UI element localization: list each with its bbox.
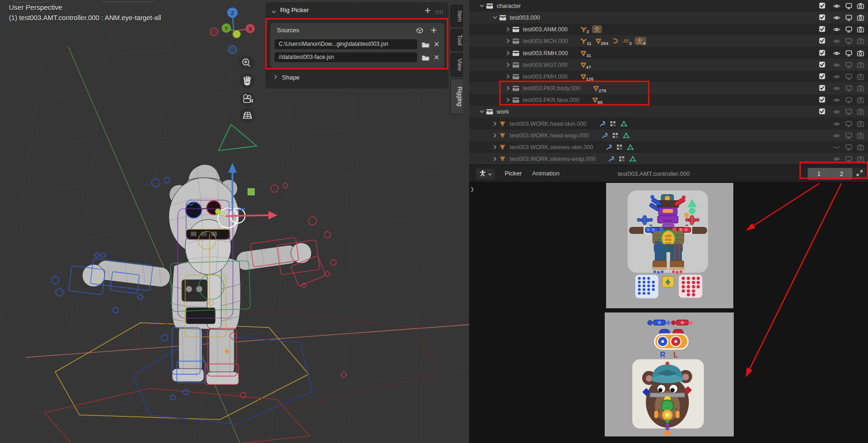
chevron-down-icon[interactable] [491, 15, 499, 20]
outliner-editor[interactable]: charactertest003.000test003.ANM.0003test… [469, 0, 868, 165]
hide-eye-icon[interactable] [833, 132, 840, 141]
disable-render-icon[interactable] [857, 96, 864, 105]
sidebar-tab-view[interactable]: View [450, 53, 463, 77]
remove-source-icon[interactable] [432, 54, 441, 60]
chevron-right-icon[interactable] [504, 51, 512, 56]
outliner-row-test003.WORK.sleeves-skin.000[interactable]: test003.WORK.sleeves-skin.000 [469, 141, 868, 153]
source-path-input[interactable]: C:\Users\Manon\Dow...ging\data\test003.j… [275, 39, 417, 49]
shape-panel-header[interactable]: Shape [273, 74, 300, 81]
exclude-checkbox[interactable] [819, 61, 825, 70]
chevron-right-icon[interactable] [491, 121, 499, 126]
disable-render-icon[interactable] [857, 155, 864, 164]
remove-source-icon[interactable] [432, 41, 441, 47]
outliner-row-test003.ANM.000[interactable]: test003.ANM.0003 [469, 23, 868, 35]
disable-render-icon[interactable] [857, 14, 864, 23]
hide-eye-icon[interactable] [833, 144, 840, 153]
exclude-checkbox[interactable] [819, 50, 825, 58]
picker-tab-animation[interactable]: Animation [532, 170, 560, 177]
outliner-row-test003.PKR.face.000[interactable]: test003.PKR.face.00085 [469, 94, 868, 106]
disable-viewport-icon[interactable] [845, 37, 853, 46]
add-icon[interactable] [424, 7, 431, 16]
outliner-row-test003.MCH.000[interactable]: test003.MCH.0001128434 [469, 35, 868, 47]
hide-eye-icon[interactable] [833, 3, 840, 11]
folder-icon[interactable] [419, 39, 432, 49]
disable-render-icon[interactable] [857, 50, 864, 58]
disable-viewport-icon[interactable] [845, 144, 853, 153]
hide-eye-icon[interactable] [833, 15, 840, 23]
eye-target-left-label[interactable]: L [673, 351, 678, 359]
hide-eye-icon[interactable] [833, 156, 840, 164]
hide-eye-icon[interactable] [833, 85, 840, 94]
disable-render-icon[interactable] [857, 108, 864, 117]
outliner-row-test003.WGT.000[interactable]: test003.WGT.00047 [469, 59, 868, 71]
disable-viewport-icon[interactable] [845, 132, 853, 141]
picker-page-button-2[interactable]: 2 [830, 168, 853, 180]
exclude-checkbox[interactable] [819, 2, 825, 11]
exclude-checkbox[interactable] [819, 73, 825, 81]
chevron-right-icon[interactable] [491, 156, 499, 161]
disable-render-icon[interactable] [857, 73, 864, 82]
chevron-right-icon[interactable] [504, 97, 512, 102]
picker-thumbnail-face[interactable]: R L [605, 312, 734, 436]
disable-viewport-icon[interactable] [845, 14, 853, 23]
fullscreen-button[interactable] [853, 168, 866, 180]
hide-eye-icon[interactable] [833, 109, 840, 117]
disable-viewport-icon[interactable] [845, 26, 853, 35]
disable-render-icon[interactable] [857, 26, 864, 35]
disable-render-icon[interactable] [857, 144, 864, 153]
disable-render-icon[interactable] [857, 2, 864, 11]
hide-eye-icon[interactable] [833, 38, 840, 46]
hide-eye-icon[interactable] [833, 26, 840, 35]
chevron-right-icon[interactable] [491, 145, 499, 150]
disable-viewport-icon[interactable] [845, 155, 853, 164]
gizmo-x-neg-axis[interactable] [210, 28, 218, 36]
source-path-input[interactable]: //data\test003-face.jsn [275, 52, 417, 62]
chevron-right-icon[interactable] [491, 133, 499, 138]
disable-render-icon[interactable] [857, 120, 864, 129]
zoom-icon[interactable] [239, 55, 254, 70]
rig-picker-panel-header[interactable]: Rig Picker [266, 3, 448, 18]
picker-page-button-1[interactable]: 1 [808, 168, 830, 180]
disable-viewport-icon[interactable] [845, 85, 853, 94]
add-source-icon[interactable] [430, 27, 437, 36]
outliner-row-test003.WORK.sleeves-wrap.000[interactable]: test003.WORK.sleeves-wrap.000 [469, 153, 868, 165]
hide-eye-icon[interactable] [833, 73, 840, 82]
chevron-right-icon[interactable] [504, 27, 512, 32]
sidebar-tab-item[interactable]: Item [450, 5, 463, 27]
outliner-row-test003.000[interactable]: test003.000 [469, 12, 868, 23]
outliner-row-test003.PMH.000[interactable]: test003.PMH.000126 [469, 71, 868, 82]
disable-viewport-icon[interactable] [845, 96, 853, 105]
sidebar-tab-tool[interactable]: Tool [450, 29, 463, 51]
disable-viewport-icon[interactable] [845, 50, 853, 58]
hide-eye-icon[interactable] [833, 62, 840, 70]
outliner-row-test003.WORK.head-wrap.000[interactable]: test003.WORK.head-wrap.000 [469, 130, 868, 141]
outliner-row-work[interactable]: work [469, 106, 868, 117]
exclude-checkbox[interactable] [819, 96, 825, 105]
exclude-checkbox[interactable] [819, 108, 825, 116]
chevron-down-icon[interactable] [477, 3, 486, 8]
picker-thumbnail-body[interactable] [606, 183, 733, 308]
chevron-right-icon[interactable] [504, 74, 512, 79]
sidebar-tab-rigging[interactable]: Rigging [450, 79, 463, 114]
disable-viewport-icon[interactable] [845, 108, 853, 117]
exclude-checkbox[interactable] [819, 14, 825, 22]
gizmo-y-neg-axis[interactable] [233, 30, 241, 38]
chevron-right-icon[interactable] [504, 86, 512, 91]
chevron-down-icon[interactable] [477, 109, 486, 114]
3d-viewport[interactable]: User Perspective (1) test003.AMT.control… [0, 0, 469, 443]
navigation-gizmo[interactable]: Z Y X [206, 4, 260, 56]
presets-box-icon[interactable] [416, 27, 424, 36]
disable-viewport-icon[interactable] [845, 73, 853, 82]
picker-canvas[interactable]: ❯ [469, 182, 868, 443]
hide-eye-icon[interactable] [833, 121, 840, 129]
picker-tab-picker[interactable]: Picker [505, 170, 522, 177]
disable-render-icon[interactable] [857, 37, 864, 46]
viewport-nav-buttons[interactable] [235, 52, 260, 125]
grip-icon[interactable] [435, 8, 443, 17]
chevron-right-icon[interactable] [504, 38, 512, 44]
exclude-checkbox[interactable] [819, 26, 825, 34]
disable-viewport-icon[interactable] [845, 61, 853, 70]
hide-eye-icon[interactable] [833, 50, 840, 58]
disable-viewport-icon[interactable] [845, 120, 853, 129]
disable-render-icon[interactable] [857, 132, 864, 141]
